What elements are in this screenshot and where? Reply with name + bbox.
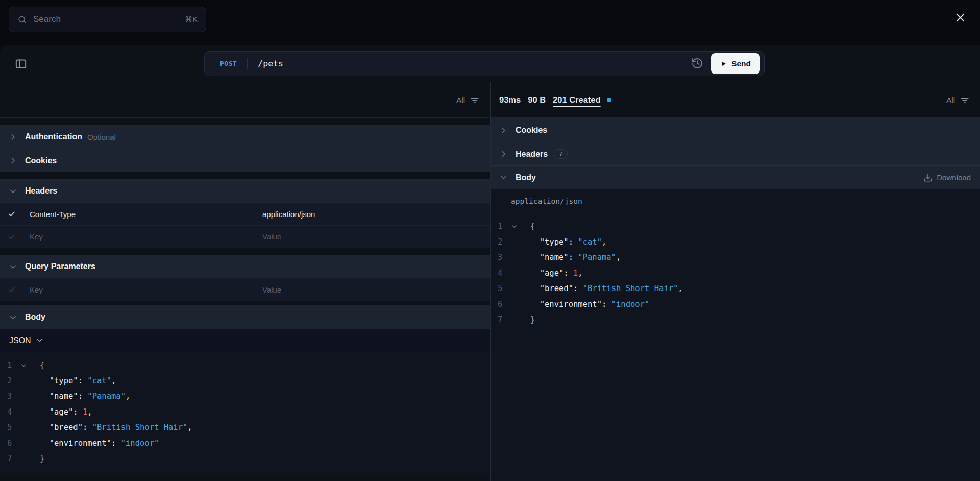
code-text: "type": "cat", (40, 376, 116, 386)
close-button[interactable] (953, 10, 967, 25)
line-number: 1 (491, 222, 505, 231)
search-icon (17, 15, 27, 25)
code-line[interactable]: 6 "environment": "indoor" (0, 436, 490, 451)
request-pane: All Authentication Optional (0, 82, 491, 481)
code-line[interactable]: 5 "breed": "British Short Hair", (0, 420, 490, 436)
section-title: Authentication (25, 132, 82, 141)
response-size: 90 B (528, 95, 546, 105)
sidebar-toggle-button[interactable] (14, 57, 28, 70)
history-button[interactable] (691, 57, 704, 70)
check-icon (8, 285, 16, 294)
optional-badge: Optional (87, 133, 116, 141)
panel-left-icon (14, 57, 28, 70)
fold-caret-icon[interactable] (505, 223, 523, 230)
code-text: "breed": "British Short Hair", (40, 423, 192, 432)
section-request-body[interactable]: Body (0, 305, 490, 329)
section-response-headers[interactable]: Headers 7 (491, 142, 980, 165)
header-value-input[interactable]: Value (256, 226, 490, 248)
response-time: 93ms (499, 95, 521, 105)
table-row: Content-Type application/json (0, 203, 490, 225)
section-title: Query Parameters (25, 262, 95, 271)
section-response-body[interactable]: Body Download (491, 165, 980, 189)
code-line: 2 "type": "cat", (491, 234, 980, 250)
section-title: Cookies (516, 126, 547, 135)
row-checkbox-unchecked[interactable] (0, 226, 23, 248)
request-filter-button[interactable]: All (456, 95, 480, 105)
header-key-input[interactable]: Key (23, 226, 256, 248)
code-text: "name": "Panama", (530, 253, 621, 262)
send-button[interactable]: Send (711, 53, 760, 74)
line-number: 7 (491, 315, 505, 324)
headers-table: Content-Type application/json Key Value (0, 203, 490, 248)
line-number: 3 (0, 392, 14, 401)
request-toolbar: All (0, 82, 490, 118)
body-format-label: JSON (9, 336, 31, 345)
section-query-parameters[interactable]: Query Parameters (0, 255, 490, 278)
header-key-input[interactable]: Content-Type (23, 203, 256, 225)
section-request-cookies[interactable]: Cookies (0, 149, 490, 172)
header-value-input[interactable]: application/json (256, 203, 490, 225)
filter-label: All (456, 95, 465, 104)
section-title: Headers (25, 186, 57, 196)
chevron-down-icon (8, 262, 17, 271)
client-window: POST /pets Send (0, 45, 980, 481)
code-text: "age": 1, (40, 407, 92, 417)
filter-icon (960, 95, 970, 105)
line-number: 2 (0, 376, 14, 386)
line-number: 2 (491, 237, 505, 247)
code-line[interactable]: 2 "type": "cat", (0, 373, 490, 389)
search-placeholder: Search (33, 14, 179, 25)
request-bar: POST /pets Send (0, 45, 980, 82)
code-text: "age": 1, (530, 269, 583, 278)
chevron-right-icon (8, 156, 17, 165)
response-toolbar: 93ms 90 B 201 Created All (491, 82, 980, 118)
play-icon (720, 60, 727, 67)
chevron-down-icon (36, 336, 43, 344)
request-body-editor[interactable]: 1{2 "type": "cat",3 "name": "Panama",4 "… (0, 352, 490, 473)
code-text: "environment": "indoor" (40, 439, 159, 448)
top-bar: Search ⌘K (0, 0, 980, 45)
code-line: 5 "breed": "British Short Hair", (491, 281, 980, 297)
code-line[interactable]: 3 "name": "Panama", (0, 389, 490, 404)
check-icon (8, 210, 16, 218)
download-label: Download (937, 173, 971, 182)
table-row-empty: Key Value (0, 225, 490, 248)
code-line[interactable]: 7} (0, 451, 490, 467)
method-badge[interactable]: POST (220, 60, 237, 67)
code-text: "breed": "British Short Hair", (530, 284, 683, 293)
row-checkbox-unchecked[interactable] (0, 278, 23, 301)
download-button[interactable]: Download (923, 173, 971, 182)
code-text: "name": "Panama", (40, 392, 130, 401)
code-text: "type": "cat", (530, 237, 606, 247)
code-line: 4 "age": 1, (491, 266, 980, 281)
line-number: 3 (491, 253, 505, 262)
search-input[interactable]: Search ⌘K (9, 7, 206, 32)
address-bar: POST /pets Send (204, 51, 765, 76)
query-params-table: Key Value (0, 278, 490, 301)
response-filter-button[interactable]: All (946, 95, 970, 105)
section-authentication[interactable]: Authentication Optional (0, 125, 490, 149)
section-title: Headers (516, 150, 548, 159)
chevron-down-icon (499, 173, 508, 182)
code-line: 3 "name": "Panama", (491, 250, 980, 266)
code-line[interactable]: 1{ (0, 357, 490, 373)
code-line[interactable]: 4 "age": 1, (0, 404, 490, 420)
section-request-headers[interactable]: Headers (0, 179, 490, 203)
table-row-empty: Key Value (0, 278, 490, 301)
response-status-code[interactable]: 201 Created (553, 95, 601, 105)
section-title: Body (516, 173, 536, 182)
fold-caret-icon[interactable] (14, 362, 33, 369)
param-value-input[interactable]: Value (256, 278, 490, 301)
response-body-viewer: 1{2 "type": "cat",3 "name": "Panama",4 "… (491, 213, 980, 481)
request-path-input[interactable]: /pets (258, 59, 691, 68)
section-response-cookies[interactable]: Cookies (491, 118, 980, 142)
api-client-app: Search ⌘K POST /pets (0, 0, 980, 481)
param-key-input[interactable]: Key (23, 278, 256, 301)
line-number: 6 (0, 439, 14, 448)
code-text: } (530, 315, 535, 324)
send-label: Send (731, 59, 751, 68)
row-checkbox-checked[interactable] (0, 203, 23, 225)
body-format-select[interactable]: JSON (0, 329, 490, 352)
status-dot-icon (607, 98, 611, 102)
download-icon (923, 173, 933, 182)
